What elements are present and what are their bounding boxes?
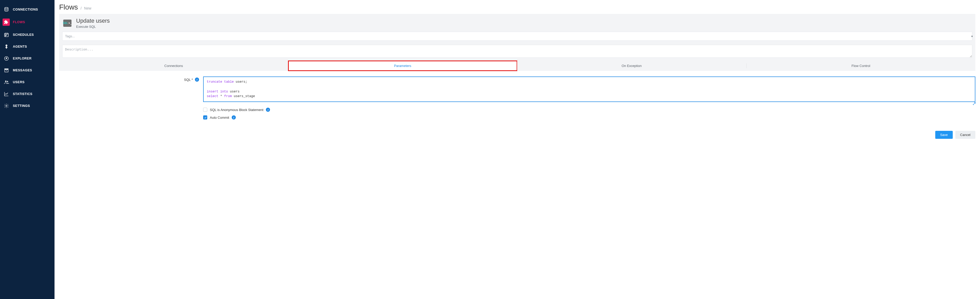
footer-actions: Save Cancel [59, 131, 975, 139]
sql-editor[interactable]: truncate table users; insert into users … [203, 77, 975, 102]
sidebar-item-label: AGENTS [13, 45, 27, 48]
sidebar-item-label: CONNECTIONS [13, 8, 38, 11]
chart-icon [3, 91, 9, 97]
flow-subtitle: Execute SQL [76, 25, 110, 29]
breadcrumb-sep: / [81, 6, 81, 10]
description-input[interactable] [62, 45, 972, 58]
sidebar-item-users[interactable]: USERS [0, 76, 54, 88]
tab-label: Parameters [394, 64, 411, 68]
sidebar-item-label: STATISTICS [13, 92, 32, 96]
chevron-down-icon[interactable]: ▾ [971, 35, 973, 38]
expand-editor-icon[interactable] [972, 102, 976, 106]
agent-icon [3, 44, 9, 50]
sql-badge-suffix: >_ [68, 21, 72, 25]
calendar-icon [3, 32, 9, 38]
sidebar-item-flows[interactable]: FLOWS [0, 16, 54, 29]
auto-commit-label: Auto Commit [210, 116, 229, 120]
breadcrumb: Flows / New [59, 3, 975, 11]
tab-label: Flow Control [851, 64, 870, 68]
tab-connections[interactable]: Connections [59, 61, 288, 71]
cancel-button[interactable]: Cancel [955, 131, 975, 139]
tags-input[interactable] [62, 32, 972, 41]
sql-label: SQL * [184, 78, 193, 82]
tab-label: Connections [164, 64, 183, 68]
sql-badge-text: SQL [63, 21, 68, 25]
puzzle-icon [3, 19, 10, 26]
svg-point-9 [7, 81, 8, 82]
auto-commit-row: Auto Commit i [203, 115, 975, 120]
sidebar-item-agents[interactable]: AGENTS [0, 41, 54, 53]
sidebar-item-label: EXPLORER [13, 57, 32, 60]
flow-header: SQL>_ Update users Execute SQL [59, 14, 975, 30]
sidebar-item-label: MESSAGES [13, 69, 32, 72]
tab-on-exception[interactable]: On Exception [517, 61, 746, 71]
save-button[interactable]: Save [935, 131, 953, 139]
flow-title: Update users [76, 18, 110, 24]
sidebar: CONNECTIONS FLOWS SCHEDULES AGENTS EXPLO… [0, 0, 54, 299]
gear-icon [3, 103, 9, 109]
svg-point-10 [6, 106, 7, 107]
tab-flow-control[interactable]: Flow Control [746, 61, 976, 71]
svg-point-0 [5, 8, 8, 9]
archive-icon [3, 67, 9, 73]
auto-commit-checkbox[interactable] [203, 115, 207, 120]
svg-rect-6 [5, 69, 8, 69]
parameters-form: SQL * i truncate table users; insert int… [59, 71, 975, 126]
sidebar-item-settings[interactable]: SETTINGS [0, 100, 54, 112]
sidebar-item-explorer[interactable]: EXPLORER [0, 53, 54, 64]
compass-icon [3, 56, 9, 61]
sidebar-item-statistics[interactable]: STATISTICS [0, 88, 54, 100]
flow-panel: SQL>_ Update users Execute SQL ▾ Connect… [59, 14, 975, 71]
info-icon[interactable]: i [232, 115, 236, 120]
svg-rect-2 [5, 35, 6, 35]
sidebar-item-label: SETTINGS [13, 104, 30, 108]
breadcrumb-leaf: New [84, 6, 91, 10]
sidebar-item-label: FLOWS [13, 20, 25, 24]
svg-rect-3 [6, 35, 7, 35]
tab-parameters[interactable]: Parameters [288, 61, 517, 71]
sidebar-item-label: USERS [13, 80, 25, 84]
database-icon [3, 7, 9, 12]
sidebar-item-label: SCHEDULES [13, 33, 34, 37]
sql-badge-icon: SQL>_ [63, 19, 72, 27]
users-icon [3, 79, 9, 85]
svg-rect-4 [5, 35, 6, 36]
info-icon[interactable]: i [195, 78, 199, 82]
info-icon[interactable]: i [266, 108, 270, 112]
sidebar-item-schedules[interactable]: SCHEDULES [0, 29, 54, 41]
main-content: Flows / New SQL>_ Update users Execute S… [54, 0, 980, 299]
anonymous-block-label: SQL is Anonymous Block Statement [210, 108, 263, 112]
svg-rect-7 [5, 70, 8, 72]
svg-point-8 [5, 81, 6, 82]
sidebar-item-messages[interactable]: MESSAGES [0, 64, 54, 76]
sidebar-item-connections[interactable]: CONNECTIONS [0, 3, 54, 16]
breadcrumb-root[interactable]: Flows [59, 3, 78, 11]
anonymous-block-row: SQL is Anonymous Block Statement i [203, 108, 975, 112]
tab-label: On Exception [622, 64, 641, 68]
tabs: Connections Parameters On Exception Flow… [59, 61, 975, 71]
anonymous-block-checkbox[interactable] [203, 108, 207, 112]
